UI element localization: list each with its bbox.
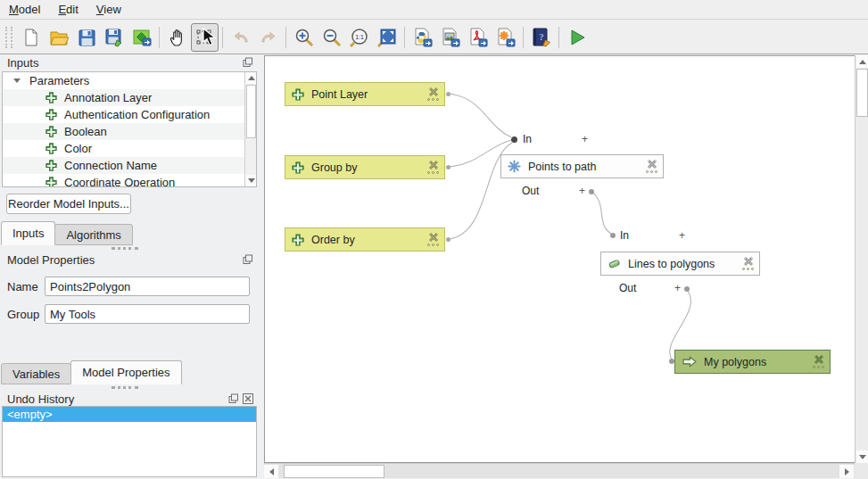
model-canvas[interactable]: Point Layer Group by Order by	[264, 55, 855, 463]
output-port-dot[interactable]	[446, 237, 451, 242]
run-model-button[interactable]	[563, 23, 591, 52]
tree-scrollbar-thumb[interactable]	[246, 85, 256, 138]
chevron-down-icon[interactable]	[13, 78, 21, 83]
add-input-icon	[45, 126, 57, 137]
node-my-polygons[interactable]: My polygons	[674, 350, 831, 374]
zoom-in-icon	[293, 27, 315, 48]
out-port-dot[interactable]	[684, 286, 690, 292]
new-model-button[interactable]	[17, 23, 45, 52]
delete-node-icon[interactable]	[428, 161, 439, 170]
menu-edit[interactable]: Edit	[49, 1, 87, 18]
horizontal-scrollbar-thumb[interactable]	[284, 465, 384, 478]
float-panel-icon[interactable]	[243, 254, 253, 265]
export-pdf-button[interactable]	[464, 23, 492, 52]
tree-item-color[interactable]: Color	[3, 140, 256, 157]
delete-node-icon[interactable]	[647, 160, 657, 169]
close-panel-icon[interactable]	[243, 393, 253, 404]
add-port-icon[interactable]: +	[582, 133, 588, 145]
float-panel-icon[interactable]	[243, 57, 253, 68]
tab-inputs[interactable]: Inputs	[1, 221, 55, 245]
toolbar-drag-handle[interactable]	[5, 27, 12, 48]
export-svg-button[interactable]	[492, 23, 519, 52]
menu-view[interactable]: View	[87, 1, 130, 18]
parameters-tree: Parameters Annotation Layer Authenticati…	[2, 71, 257, 187]
zoom-out-button[interactable]	[318, 23, 345, 52]
scroll-right-icon[interactable]	[839, 465, 854, 478]
canvas-vertical-scrollbar[interactable]	[855, 55, 868, 463]
export-image-button[interactable]	[436, 23, 464, 52]
node-points-to-path[interactable]: Points to path	[500, 154, 664, 178]
undo-icon	[231, 28, 251, 47]
in-port-dot[interactable]	[610, 233, 616, 238]
undo-history-item-selected[interactable]: <empty>	[3, 407, 256, 422]
save-model-button[interactable]	[72, 23, 100, 52]
add-input-icon	[292, 161, 304, 174]
add-input-icon	[45, 143, 57, 154]
save-model-as-button[interactable]	[100, 23, 128, 52]
in-port-dot[interactable]	[511, 136, 517, 143]
tab-algorithms[interactable]: Algorithms	[54, 224, 132, 245]
vertical-scrollbar-thumb[interactable]	[856, 69, 868, 117]
new-file-icon	[21, 28, 41, 47]
node-options-icon[interactable]	[813, 366, 824, 368]
tree-item-connection-name[interactable]: Connection Name	[3, 157, 256, 174]
tree-item-coordinate-operation[interactable]: Coordinate Operation	[3, 174, 256, 187]
edge-connections	[265, 56, 855, 463]
tree-item-boolean[interactable]: Boolean	[3, 123, 256, 140]
node-options-icon[interactable]	[646, 170, 657, 173]
menu-model[interactable]: Model	[0, 1, 49, 18]
open-model-button[interactable]	[45, 23, 72, 52]
scroll-up-icon[interactable]	[856, 55, 868, 68]
delete-node-icon[interactable]	[743, 257, 754, 267]
tree-scrollbar[interactable]	[244, 72, 256, 186]
tab-model-properties[interactable]: Model Properties	[70, 360, 181, 384]
zoom-in-button[interactable]	[290, 23, 318, 52]
svg-text:?: ?	[539, 31, 544, 42]
scroll-up-icon[interactable]	[245, 72, 257, 84]
pan-tool-button[interactable]	[163, 23, 191, 52]
output-port-dot[interactable]	[446, 165, 451, 169]
node-group-by[interactable]: Group by	[285, 155, 445, 179]
node-options-icon[interactable]	[427, 244, 439, 246]
scroll-left-icon[interactable]	[264, 465, 278, 478]
add-port-icon[interactable]: +	[579, 185, 585, 197]
scroll-down-icon[interactable]	[856, 450, 868, 463]
dock-splitter-handle[interactable]	[112, 247, 138, 250]
export-python-button[interactable]	[409, 23, 436, 52]
node-options-icon[interactable]	[742, 268, 754, 270]
tree-item-annotation-layer[interactable]: Annotation Layer	[3, 89, 256, 106]
dock-splitter-handle[interactable]	[112, 386, 138, 389]
out-port-dot[interactable]	[589, 189, 594, 194]
model-group-input[interactable]	[45, 304, 250, 324]
zoom-full-button[interactable]	[373, 23, 401, 52]
node-lines-to-polygons[interactable]: Lines to polygons	[600, 252, 760, 276]
model-name-input[interactable]	[45, 277, 250, 296]
node-order-by[interactable]: Order by	[285, 227, 445, 252]
zoom-actual-button[interactable]: 1:1	[345, 23, 373, 52]
tree-root-parameters[interactable]: Parameters	[3, 72, 256, 89]
undo-button[interactable]	[227, 23, 254, 52]
output-port-dot[interactable]	[446, 92, 451, 96]
help-button[interactable]: ?	[527, 23, 555, 52]
delete-node-icon[interactable]	[814, 355, 824, 365]
node-point-layer[interactable]: Point Layer	[285, 82, 445, 106]
add-port-icon[interactable]: +	[679, 229, 685, 242]
delete-node-icon[interactable]	[428, 87, 439, 97]
node-options-icon[interactable]	[427, 98, 439, 101]
toolbar-separator	[222, 27, 223, 48]
tree-item-authentication-configuration[interactable]: Authentication Configuration	[3, 106, 256, 123]
toolbar-separator	[404, 27, 405, 48]
tab-variables[interactable]: Variables	[1, 363, 71, 384]
delete-node-icon[interactable]	[428, 233, 439, 243]
add-input-icon	[45, 92, 57, 103]
node-options-icon[interactable]	[427, 171, 439, 174]
scroll-down-icon[interactable]	[245, 175, 257, 186]
save-model-in-project-button[interactable]	[128, 23, 155, 52]
pan-hand-icon	[168, 28, 187, 47]
canvas-horizontal-scrollbar[interactable]	[264, 463, 855, 478]
float-panel-icon[interactable]	[228, 393, 239, 404]
tree-item-label: Annotation Layer	[64, 91, 152, 104]
reorder-model-inputs-button[interactable]: Reorder Model Inputs...	[6, 194, 131, 214]
redo-button[interactable]	[254, 23, 282, 52]
add-port-icon[interactable]: +	[674, 282, 681, 294]
